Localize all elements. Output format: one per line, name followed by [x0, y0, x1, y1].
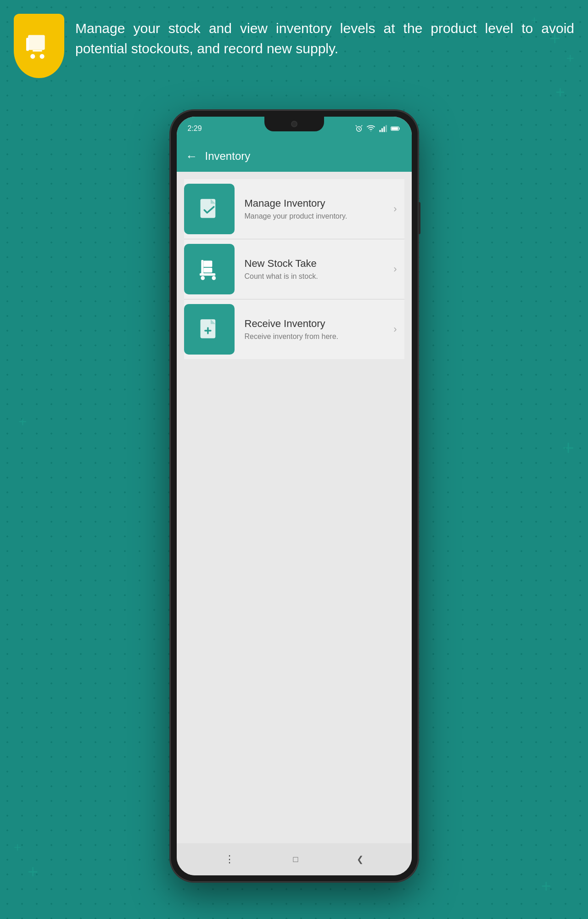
status-icons — [355, 124, 401, 133]
plus-decor-6: + — [14, 840, 21, 855]
nav-home-button[interactable]: □ — [293, 855, 298, 864]
svg-point-2 — [39, 54, 44, 58]
receive-inventory-title: Receive Inventory — [245, 318, 388, 330]
plus-decor-8: + — [18, 413, 27, 430]
receive-inventory-icon-box — [184, 304, 235, 355]
camera — [291, 121, 297, 127]
cart-boxes-icon — [196, 257, 222, 282]
svg-point-19 — [212, 276, 216, 280]
document-check-icon — [196, 197, 222, 222]
wifi-icon — [367, 124, 375, 133]
battery-icon — [391, 125, 401, 132]
nav-bar: ⋮ □ ❮ — [177, 843, 412, 875]
header-section: Manage your stock and view inventory lev… — [14, 14, 574, 78]
svg-rect-6 — [379, 130, 381, 132]
receive-inventory-subtitle: Receive inventory from here. — [245, 333, 388, 341]
plus-decor-9: + — [562, 436, 574, 459]
manage-inventory-title: Manage Inventory — [245, 197, 388, 209]
new-stock-take-text: New Stock Take Count what is in stock. — [239, 258, 394, 281]
svg-point-1 — [30, 54, 35, 58]
svg-rect-3 — [26, 38, 29, 51]
nav-lines-button[interactable]: ⋮ — [224, 853, 235, 865]
manage-inventory-subtitle: Manage your product inventory. — [245, 212, 388, 220]
cart-icon — [24, 31, 54, 61]
phone-outer: 2:29 ← Inventory — [170, 110, 418, 882]
new-stock-take-title: New Stock Take — [245, 258, 388, 270]
new-stock-take-chevron: › — [393, 263, 404, 275]
manage-inventory-item[interactable]: Manage Inventory Manage your product inv… — [184, 179, 404, 239]
plus-decor-5: + — [28, 862, 38, 882]
new-stock-take-subtitle: Count what is in stock. — [245, 272, 388, 281]
back-button[interactable]: ← — [186, 149, 198, 164]
receive-inventory-chevron: › — [393, 323, 404, 335]
header-description-container: Manage your stock and view inventory lev… — [75, 14, 574, 58]
svg-rect-14 — [203, 260, 212, 267]
status-bar: 2:29 — [177, 117, 412, 141]
logo-badge — [14, 14, 64, 78]
svg-rect-0 — [28, 35, 45, 50]
new-stock-take-icon-box — [184, 244, 235, 294]
manage-inventory-text: Manage Inventory Manage your product inv… — [239, 197, 394, 220]
receive-inventory-item[interactable]: Receive Inventory Receive inventory from… — [184, 299, 404, 359]
receive-inventory-text: Receive Inventory Receive inventory from… — [239, 318, 394, 341]
plus-decor-4: + — [555, 83, 565, 102]
svg-point-18 — [201, 276, 205, 280]
document-plus-icon — [196, 317, 222, 342]
new-stock-take-item[interactable]: New Stock Take Count what is in stock. › — [184, 239, 404, 299]
svg-rect-15 — [203, 268, 212, 272]
nav-back-button[interactable]: ❮ — [357, 854, 364, 864]
notch — [264, 117, 324, 131]
phone-inner: 2:29 ← Inventory — [177, 117, 412, 875]
app-bar-title: Inventory — [205, 150, 251, 163]
header-description: Manage your stock and view inventory lev… — [75, 18, 574, 58]
svg-rect-17 — [200, 273, 215, 276]
svg-rect-11 — [391, 127, 398, 130]
content-area: Manage Inventory Manage your product inv… — [177, 172, 412, 843]
phone-mockup: 2:29 ← Inventory — [170, 110, 418, 882]
manage-inventory-icon-box — [184, 184, 235, 234]
signal-icon — [379, 124, 387, 133]
svg-rect-16 — [201, 259, 203, 274]
manage-inventory-chevron: › — [393, 203, 404, 215]
svg-rect-9 — [386, 125, 387, 132]
svg-rect-7 — [381, 128, 383, 132]
app-bar: ← Inventory — [177, 141, 412, 172]
svg-rect-8 — [383, 127, 385, 132]
status-time: 2:29 — [188, 124, 202, 133]
alarm-icon — [355, 124, 363, 133]
plus-decor-7: + — [541, 876, 551, 896]
